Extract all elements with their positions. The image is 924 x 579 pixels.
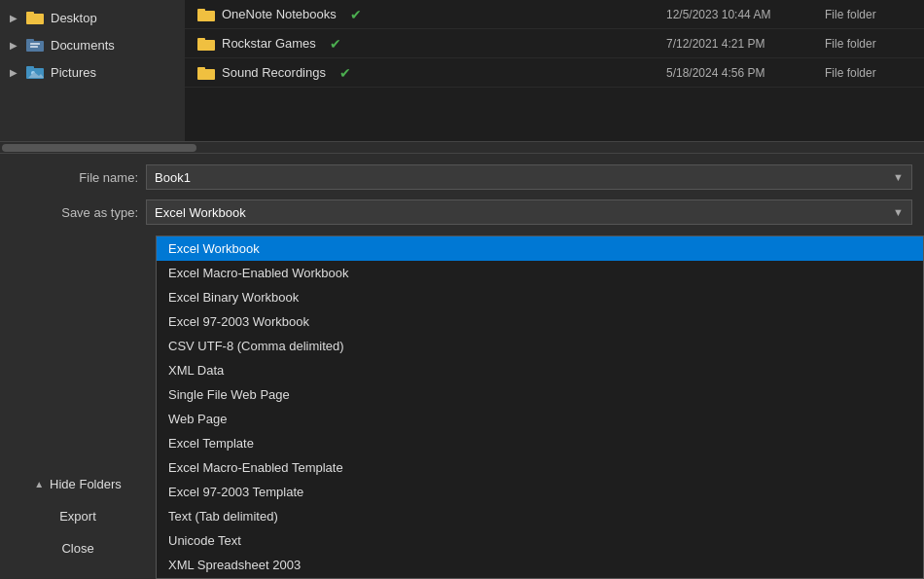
documents-folder-icon [25,37,45,53]
svg-rect-12 [197,40,215,51]
dropdown-arrow-icon: ▼ [893,171,904,183]
saveastype-dropdown[interactable]: Excel Workbook ▼ [146,199,912,225]
close-label: Close [61,541,93,556]
horizontal-scrollbar[interactable] [0,141,924,153]
hide-folders-button[interactable]: ▲ Hide Folders [0,469,156,499]
table-row[interactable]: OneNote Notebooks ✔ 12/5/2023 10:44 AM F… [185,0,924,29]
dropdown-arrow-icon: ▼ [893,206,904,218]
dropdown-option-2[interactable]: Excel Binary Workbook [157,285,923,309]
chevron-up-icon: ▲ [34,479,44,489]
svg-rect-13 [197,38,205,41]
svg-rect-7 [26,66,34,69]
sidebar-item-pictures[interactable]: ▶ Pictures [0,58,185,86]
svg-rect-1 [26,12,34,15]
sidebar-desktop-label: Desktop [51,11,97,25]
sync-checkmark: ✔ [339,65,351,81]
dropdown-option-5[interactable]: XML Data [157,358,923,382]
svg-rect-14 [197,69,215,80]
file-name: Sound Recordings [222,65,326,80]
filename-label: File name: [12,170,138,185]
sidebar-documents-label: Documents [51,38,115,53]
saveastype-label: Save as type: [12,205,138,220]
dropdown-option-7[interactable]: Web Page [157,407,923,431]
folder-icon [196,7,216,22]
dropdown-option-3[interactable]: Excel 97-2003 Workbook [157,309,923,334]
svg-rect-5 [30,46,38,48]
svg-rect-10 [197,11,215,21]
filename-input[interactable]: Book1 ▼ [146,164,912,190]
sidebar: ▶ Desktop ▶ Documents ▶ [0,0,185,141]
file-date: 7/12/2021 4:21 PM [666,37,817,51]
dropdown-option-10[interactable]: Excel 97-2003 Template [157,480,923,504]
sync-checkmark: ✔ [330,36,341,52]
file-list-area: ▶ Desktop ▶ Documents ▶ [0,0,924,141]
svg-rect-0 [26,14,44,24]
filename-value: Book1 [155,170,191,185]
file-name: Rockstar Games [222,36,316,51]
folder-icon [196,36,216,52]
chevron-right-icon: ▶ [10,40,19,51]
sidebar-item-documents[interactable]: ▶ Documents [0,31,185,58]
dropdown-area: ▲ Hide Folders Export Close Excel Workbo… [0,235,924,579]
dropdown-option-12[interactable]: Unicode Text [157,528,923,553]
folder-icon [196,65,216,81]
close-button[interactable]: Close [0,533,156,563]
saveastype-value: Excel Workbook [155,205,246,220]
saveastype-row: Save as type: Excel Workbook ▼ [0,197,924,228]
export-button[interactable]: Export [0,501,156,531]
file-date: 12/5/2023 10:44 AM [666,8,817,21]
pictures-folder-icon [25,64,45,80]
chevron-right-icon: ▶ [10,67,19,78]
dropdown-option-11[interactable]: Text (Tab delimited) [157,504,923,528]
chevron-right-icon: ▶ [10,13,19,23]
desktop-folder-icon [25,10,45,25]
export-label: Export [59,509,96,524]
scrollbar-thumb[interactable] [2,144,196,152]
file-list: OneNote Notebooks ✔ 12/5/2023 10:44 AM F… [185,0,924,141]
svg-rect-15 [197,67,205,70]
hide-folders-label: Hide Folders [50,477,122,491]
form-area: File name: Book1 ▼ Save as type: Excel W… [0,153,924,235]
dropdown-option-9[interactable]: Excel Macro-Enabled Template [157,455,923,480]
sidebar-item-desktop[interactable]: ▶ Desktop [0,4,185,31]
sync-checkmark: ✔ [350,7,362,22]
dropdown-option-8[interactable]: Excel Template [157,431,923,455]
dropdown-option-4[interactable]: CSV UTF-8 (Comma delimited) [157,334,923,358]
left-panel: ▲ Hide Folders Export Close [0,235,156,579]
svg-rect-3 [26,39,34,42]
file-type: File folder [825,66,912,80]
dropdown-option-6[interactable]: Single File Web Page [157,382,923,407]
svg-rect-11 [197,9,205,12]
table-row[interactable]: Rockstar Games ✔ 7/12/2021 4:21 PM File … [185,29,924,58]
dropdown-option-13[interactable]: XML Spreadsheet 2003 [157,553,923,577]
filetype-dropdown-list[interactable]: Excel WorkbookExcel Macro-Enabled Workbo… [156,235,924,579]
dropdown-option-1[interactable]: Excel Macro-Enabled Workbook [157,261,923,285]
file-type: File folder [825,37,912,51]
file-date: 5/18/2024 4:56 PM [666,66,817,80]
filename-row: File name: Book1 ▼ [0,162,924,193]
svg-rect-4 [30,43,40,45]
table-row[interactable]: Sound Recordings ✔ 5/18/2024 4:56 PM Fil… [185,58,924,88]
sidebar-pictures-label: Pictures [51,65,96,80]
dropdown-option-0[interactable]: Excel Workbook [157,236,923,261]
file-type: File folder [825,8,912,21]
file-name: OneNote Notebooks [222,7,337,21]
